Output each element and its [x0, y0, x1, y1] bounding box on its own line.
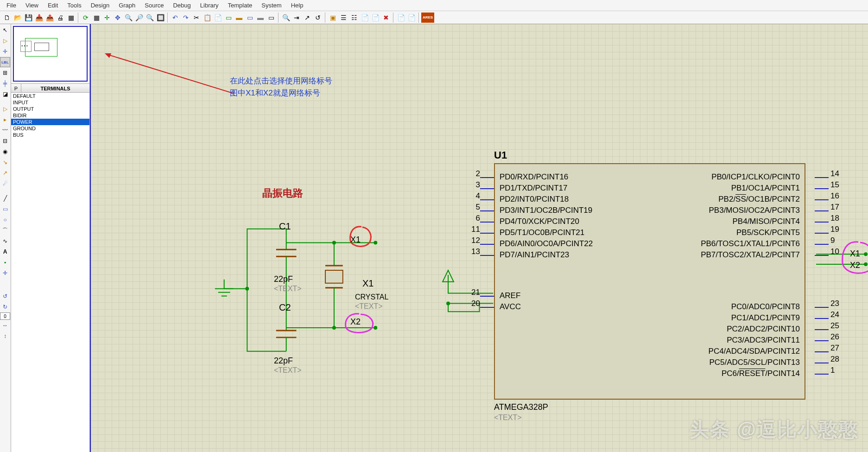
point-icon[interactable]: ↗	[302, 13, 312, 23]
schematic-canvas[interactable]: 在此处点击选择使用网络标号 图中X1和X2就是网络标号 晶振电路	[90, 24, 868, 452]
x1-ref[interactable]: X1	[362, 278, 374, 289]
zoom-in-icon[interactable]: 🔍	[123, 13, 133, 23]
select-mode-icon[interactable]: ↖	[0, 25, 10, 35]
x1-text-placeholder[interactable]: <TEXT>	[355, 302, 383, 311]
menu-design[interactable]: Design	[86, 0, 114, 10]
pick-button[interactable]: P	[11, 84, 21, 92]
terminals-list[interactable]: DEFAULT INPUT OUTPUT BIDIR POWER GROUND …	[11, 93, 89, 452]
menu-system[interactable]: System	[257, 0, 286, 10]
error-icon[interactable]: ✖	[381, 13, 391, 23]
block-rotate-icon[interactable]: ▭	[245, 13, 255, 23]
c1-text-placeholder[interactable]: <TEXT>	[274, 285, 302, 293]
tool-icon[interactable]: ☰	[338, 13, 348, 23]
zoom-out-icon[interactable]: 🔎	[134, 13, 144, 23]
import-icon[interactable]: 📥	[34, 13, 44, 23]
menu-debug[interactable]: Debug	[168, 0, 195, 10]
voltage-probe-icon[interactable]: ↘	[0, 157, 10, 167]
block-copy-icon[interactable]: ▭	[223, 13, 234, 23]
cut-icon[interactable]: ✂	[191, 13, 202, 23]
print-area-icon[interactable]: ▦	[66, 13, 76, 23]
net-label-x2-right[interactable]: X2	[850, 261, 860, 270]
wire-label-mode-icon[interactable]: LBL	[0, 57, 10, 67]
pin-left[interactable]: 13	[466, 250, 494, 261]
circle-draw-icon[interactable]: ○	[0, 215, 10, 225]
menu-edit[interactable]: Edit	[43, 0, 63, 10]
block-icon[interactable]: ▭	[266, 13, 276, 23]
component-mode-icon[interactable]: ▷	[0, 36, 10, 46]
tape-mode-icon[interactable]: ⊟	[0, 136, 10, 146]
instrument-icon[interactable]: ☄	[0, 178, 10, 189]
menu-help[interactable]: Help	[286, 0, 308, 10]
tool-icon[interactable]: ▣	[328, 13, 338, 23]
pan-icon[interactable]: ✥	[113, 13, 123, 23]
save-file-icon[interactable]: 💾	[23, 13, 33, 23]
grid-icon[interactable]: ▦	[91, 13, 101, 23]
pin-left[interactable]: 20	[466, 302, 494, 312]
c2-ref[interactable]: C2	[279, 302, 291, 313]
terminal-item-input[interactable]: INPUT	[11, 99, 89, 106]
net-label-x1[interactable]: X1	[350, 235, 361, 245]
subcircuit-icon[interactable]: ◪	[0, 89, 10, 99]
u1-part[interactable]: ATMEGA328P	[494, 402, 548, 412]
netlist2-icon[interactable]: 📄	[406, 13, 417, 23]
menu-library[interactable]: Library	[196, 0, 223, 10]
current-probe-icon[interactable]: ↗	[0, 168, 10, 178]
menu-file[interactable]: File	[2, 0, 21, 10]
terminal-item-bus[interactable]: BUS	[11, 132, 89, 138]
find-icon[interactable]: 🔍	[281, 13, 291, 23]
terminal-mode-icon[interactable]: ▷	[0, 104, 10, 114]
goto-icon[interactable]: ⇥	[291, 13, 302, 23]
u1-ref[interactable]: U1	[494, 149, 507, 161]
terminal-item-bidir[interactable]: BIDIR	[11, 112, 89, 119]
rotate-cw-icon[interactable]: ↻	[0, 302, 10, 312]
u1-text-placeholder[interactable]: <TEXT>	[494, 414, 522, 422]
c1-value[interactable]: 22pF	[274, 274, 293, 284]
origin-icon[interactable]: ✛	[102, 13, 112, 23]
mirror-v-icon[interactable]: ↕	[0, 331, 10, 341]
erc-icon[interactable]: 📄	[370, 13, 380, 23]
pin-mode-icon[interactable]: ▸	[0, 115, 10, 125]
pin-right[interactable]: 10	[805, 250, 843, 261]
c2-text-placeholder[interactable]: <TEXT>	[274, 366, 302, 375]
block-move-icon[interactable]: ▬	[234, 13, 244, 23]
menu-graph[interactable]: Graph	[114, 0, 140, 10]
text-draw-icon[interactable]: A	[0, 247, 10, 257]
pin-right[interactable]: 1	[805, 369, 843, 379]
c2-value[interactable]: 22pF	[274, 356, 293, 366]
copy-icon[interactable]: 📋	[202, 13, 212, 23]
ares-icon[interactable]: ARES	[421, 13, 434, 23]
text-script-icon[interactable]: ⊞	[0, 68, 10, 78]
menu-view[interactable]: View	[21, 0, 43, 10]
generator-mode-icon[interactable]: ◉	[0, 146, 10, 157]
redo-icon[interactable]: ↷	[181, 13, 191, 23]
x1-value[interactable]: CRYSTAL	[355, 293, 388, 301]
refresh-icon[interactable]: ⟳	[81, 13, 91, 23]
menu-template[interactable]: Template	[223, 0, 257, 10]
terminal-item-output[interactable]: OUTPUT	[11, 106, 89, 112]
tool-icon[interactable]: ☷	[349, 13, 359, 23]
path-draw-icon[interactable]: ∿	[0, 236, 10, 246]
bom-icon[interactable]: 📄	[360, 13, 370, 23]
zoom-all-icon[interactable]: 🔍	[145, 13, 155, 23]
mirror-h-icon[interactable]: ↔	[0, 320, 10, 331]
rotate-ccw-icon[interactable]: ↺	[0, 291, 10, 301]
export-icon[interactable]: 📤	[44, 13, 55, 23]
arc-icon[interactable]: ↺	[313, 13, 323, 23]
junction-mode-icon[interactable]: ✛	[0, 46, 10, 57]
rotation-angle[interactable]: 0	[0, 312, 10, 320]
block-delete-icon[interactable]: ▬	[255, 13, 266, 23]
symbol-icon[interactable]: ▪	[0, 257, 10, 267]
menu-tools[interactable]: Tools	[63, 0, 86, 10]
arc-draw-icon[interactable]: ⌒	[0, 225, 10, 236]
c1-ref[interactable]: C1	[279, 221, 291, 232]
netlist-icon[interactable]: 📄	[396, 13, 406, 23]
net-label-x1-right[interactable]: X1	[850, 249, 860, 259]
paste-icon[interactable]: 📄	[213, 13, 223, 23]
bus-mode-icon[interactable]: ╪	[0, 78, 10, 89]
undo-icon[interactable]: ↶	[170, 13, 180, 23]
terminal-item-power[interactable]: POWER	[11, 119, 89, 125]
marker-icon[interactable]: ✛	[0, 268, 10, 278]
box-draw-icon[interactable]: ▭	[0, 204, 10, 214]
menu-source[interactable]: Source	[140, 0, 168, 10]
new-file-icon[interactable]: 🗋	[2, 13, 12, 23]
